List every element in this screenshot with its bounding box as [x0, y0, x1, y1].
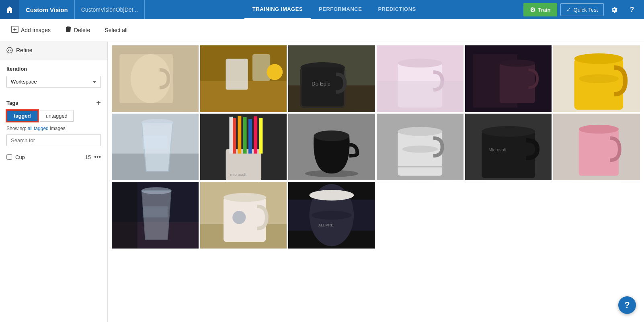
list-item[interactable]: microsoft — [200, 114, 287, 180]
svg-point-52 — [398, 127, 443, 136]
svg-rect-42 — [243, 117, 246, 154]
svg-rect-40 — [232, 118, 236, 153]
image-toolbar: Add images Delete Select all — [0, 19, 644, 41]
svg-point-71 — [232, 211, 246, 224]
iteration-select[interactable]: Workspace — [6, 76, 101, 88]
list-item[interactable] — [465, 45, 552, 112]
svg-point-28 — [499, 59, 535, 67]
main-layout: Refine Iteration Workspace Tags + tagged… — [0, 41, 644, 322]
add-images-icon — [11, 26, 18, 35]
svg-rect-12 — [252, 54, 270, 81]
image-grid-area: Do Epic — [108, 41, 644, 322]
quick-test-button[interactable]: ✓ Quick Test — [560, 3, 604, 16]
image-grid: Do Epic — [112, 45, 640, 249]
svg-rect-41 — [238, 116, 241, 153]
cup-tag-count: 15 — [85, 154, 91, 160]
svg-point-8 — [131, 54, 171, 103]
svg-point-66 — [142, 187, 172, 194]
untagged-filter-button[interactable]: untagged — [40, 110, 74, 122]
nav-actions: ⚙ Train ✓ Quick Test ? — [523, 2, 644, 17]
floating-help-button[interactable]: ? — [618, 296, 636, 314]
list-item[interactable] — [553, 45, 640, 112]
svg-rect-11 — [226, 59, 248, 90]
svg-point-31 — [574, 53, 623, 64]
svg-rect-46 — [229, 117, 233, 154]
showing-status: Showing: all tagged images — [0, 126, 107, 135]
settings-button[interactable] — [607, 2, 621, 17]
svg-point-5 — [10, 50, 12, 51]
add-images-button[interactable]: Add images — [8, 23, 54, 37]
search-box[interactable] — [6, 135, 101, 146]
select-all-button[interactable]: Select all — [101, 24, 131, 36]
tab-predictions[interactable]: PREDICTIONS — [370, 0, 424, 19]
svg-text:Microsoft: Microsoft — [488, 147, 507, 152]
svg-point-77 — [312, 211, 352, 220]
sidebar: Refine Iteration Workspace Tags + tagged… — [0, 41, 108, 322]
refine-section[interactable]: Refine — [0, 41, 107, 59]
iteration-label: Iteration — [6, 66, 101, 72]
svg-text:microsoft: microsoft — [230, 172, 246, 177]
list-item[interactable]: Microsoft — [465, 114, 552, 180]
svg-point-32 — [579, 74, 619, 83]
svg-point-35 — [142, 119, 174, 126]
list-item[interactable] — [377, 114, 464, 180]
list-item[interactable] — [553, 114, 640, 180]
refine-label: Refine — [16, 47, 32, 53]
list-item[interactable] — [288, 114, 375, 180]
delete-icon — [65, 26, 72, 35]
main-tabs: TRAINING IMAGES PERFORMANCE PREDICTIONS — [145, 0, 523, 19]
tagged-filter-button[interactable]: tagged — [6, 110, 38, 122]
svg-rect-24 — [377, 81, 464, 112]
search-input[interactable] — [6, 135, 101, 146]
all-tagged-link[interactable]: all tagged — [28, 126, 49, 131]
tags-title: Tags — [6, 100, 18, 106]
help-icon: ? — [624, 300, 630, 310]
checkmark-icon: ✓ — [566, 6, 571, 13]
list-item[interactable] — [200, 45, 287, 112]
svg-rect-36 — [143, 136, 168, 149]
train-button[interactable]: ⚙ Train — [523, 3, 557, 16]
iteration-section: Iteration Workspace — [0, 59, 107, 94]
tag-filter-buttons: tagged untagged — [0, 110, 107, 122]
list-item[interactable]: ALLPRE — [288, 182, 375, 249]
list-item[interactable] — [200, 182, 287, 249]
list-item[interactable] — [377, 45, 464, 112]
help-button[interactable]: ? — [625, 2, 639, 17]
svg-text:ALLPRE: ALLPRE — [318, 222, 334, 227]
cup-tag-more-button[interactable]: ••• — [94, 153, 101, 161]
tag-item-cup: Cup 15 ••• — [0, 151, 107, 163]
svg-point-23 — [398, 59, 443, 67]
brand-name: Custom Vision — [19, 0, 75, 19]
train-icon: ⚙ — [530, 6, 535, 14]
add-tag-button[interactable]: + — [96, 99, 101, 107]
svg-point-53 — [402, 146, 438, 153]
tab-performance[interactable]: PERFORMANCE — [311, 0, 370, 19]
svg-point-3 — [7, 47, 12, 53]
cup-checkbox[interactable] — [6, 154, 12, 160]
list-item[interactable] — [112, 114, 199, 180]
svg-point-4 — [8, 50, 9, 51]
svg-point-49 — [314, 130, 349, 141]
svg-point-57 — [482, 126, 535, 137]
svg-point-76 — [310, 190, 354, 201]
svg-point-61 — [579, 125, 619, 134]
svg-point-70 — [224, 193, 266, 202]
cup-tag-name: Cup — [15, 154, 82, 160]
list-item[interactable] — [112, 45, 199, 112]
svg-rect-44 — [254, 116, 257, 154]
svg-rect-64 — [112, 182, 137, 249]
list-item[interactable]: Do Epic — [288, 45, 375, 112]
svg-text:Do Epic: Do Epic — [312, 81, 330, 87]
tags-header: Tags + — [0, 94, 107, 110]
top-navigation: Custom Vision CustomVisionObjDet... TRAI… — [0, 0, 644, 19]
list-item[interactable] — [112, 182, 199, 249]
svg-rect-43 — [248, 119, 252, 153]
svg-rect-65 — [143, 206, 168, 218]
project-name: CustomVisionObjDet... — [75, 0, 145, 19]
home-button[interactable] — [0, 0, 19, 19]
svg-rect-60 — [579, 129, 619, 176]
tab-training-images[interactable]: TRAINING IMAGES — [244, 0, 311, 19]
svg-point-13 — [267, 64, 283, 80]
delete-button[interactable]: Delete — [62, 23, 93, 37]
svg-rect-45 — [259, 118, 263, 153]
